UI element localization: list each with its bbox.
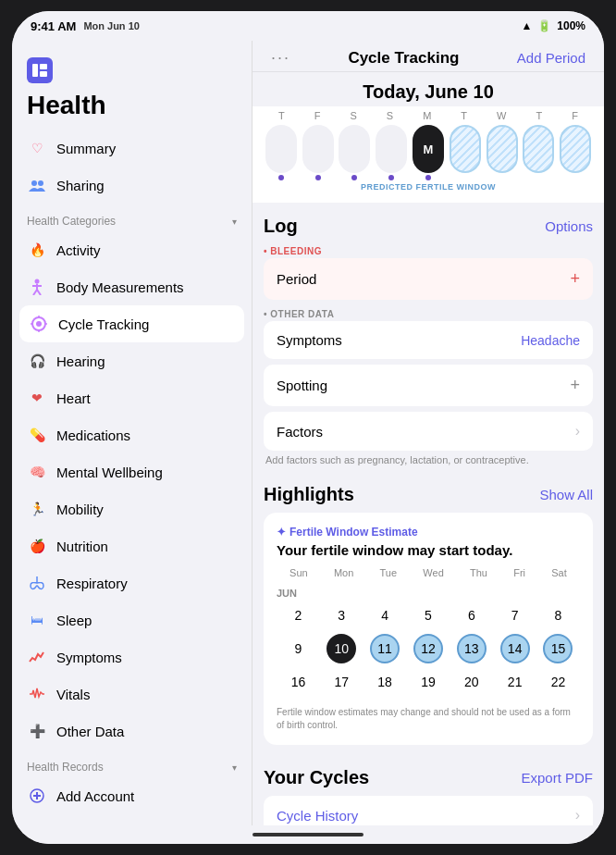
medications-label: Medications [56, 428, 130, 443]
header-dots: ··· [271, 48, 290, 68]
status-time: 9:41 AM [31, 19, 76, 33]
svg-rect-2 [40, 71, 47, 77]
day-cell-8[interactable] [374, 125, 409, 180]
device-frame: 9:41 AM Mon Jun 10 ▲ 🔋 100% Health [12, 11, 604, 844]
day-cell-11[interactable] [448, 125, 483, 180]
your-cycles-header: Your Cycles Export PDF [264, 763, 593, 796]
day-cell-6[interactable] [301, 125, 336, 180]
hearing-label: Hearing [56, 353, 105, 369]
cal-cell-17: 17 [326, 667, 356, 697]
mini-cal-month: JUN [277, 582, 580, 601]
day-dot-12 [499, 175, 505, 180]
mental-icon: 🧠 [27, 462, 47, 482]
day-dot-7 [351, 175, 357, 180]
cal-wed: Wed [423, 567, 443, 578]
factors-row[interactable]: Factors › [264, 412, 593, 451]
log-options-button[interactable]: Options [545, 218, 593, 234]
export-pdf-button[interactable]: Export PDF [521, 770, 593, 786]
sidebar-item-vitals[interactable]: Vitals [12, 675, 252, 712]
day-cell-12[interactable] [485, 125, 520, 180]
spotting-label: Spotting [277, 378, 327, 393]
log-title: Log [264, 216, 298, 237]
spotting-row[interactable]: Spotting + [264, 365, 593, 406]
cal-cell-14: 14 [500, 634, 530, 663]
hearing-icon: 🎧 [27, 351, 47, 371]
health-records-section-label: Health Records ▾ [12, 750, 252, 777]
respiratory-icon [27, 573, 47, 593]
sidebar-item-respiratory[interactable]: Respiratory [12, 564, 252, 601]
period-row[interactable]: Period + [264, 258, 593, 300]
day-cell-5[interactable] [264, 125, 299, 180]
sidebar-item-body[interactable]: Body Measurements [12, 268, 252, 305]
day-cell-13[interactable] [521, 125, 556, 180]
day-cell-7[interactable] [338, 125, 373, 180]
sidebar-item-mental[interactable]: 🧠 Mental Wellbeing [12, 453, 252, 490]
your-cycles-section: Your Cycles Export PDF Cycle History › [253, 756, 604, 825]
sidebar-item-other[interactable]: ➕ Other Data [12, 712, 252, 750]
sidebar-item-hearing[interactable]: 🎧 Hearing [12, 342, 252, 379]
day-label-3: S [387, 110, 393, 121]
fertile-disclaimer: Fertile window estimates may change and … [277, 700, 580, 732]
meds-icon: 💊 [27, 425, 47, 445]
mobility-label: Mobility [56, 502, 104, 517]
other-label: Other Data [56, 724, 124, 739]
day-oval-12 [487, 125, 518, 173]
day-label-4: M [423, 110, 431, 121]
svg-point-4 [38, 180, 43, 186]
sidebar-item-summary[interactable]: ♡ Summary [12, 130, 252, 167]
cal-cell-7: 7 [500, 601, 530, 630]
day-oval-6 [302, 125, 334, 173]
period-add-icon: + [570, 269, 580, 289]
your-cycles-title: Your Cycles [264, 767, 369, 788]
fertile-window-desc: Your fertile window may start today. [277, 542, 580, 558]
sidebar-item-add-account[interactable]: Add Account [12, 777, 252, 814]
sidebar-item-medications[interactable]: 💊 Medications [12, 416, 252, 453]
svg-point-11 [36, 321, 42, 327]
health-records-chevron: ▾ [232, 762, 237, 773]
cal-cell-4: 4 [370, 601, 400, 630]
sidebar-item-sleep[interactable]: 🛏 Sleep [12, 601, 252, 638]
cycle-history-row[interactable]: Cycle History › [264, 796, 593, 825]
period-label: Period [277, 271, 316, 287]
cal-mon: Mon [334, 567, 353, 578]
sidebar-item-sharing[interactable]: Sharing [12, 167, 252, 204]
nutrition-label: Nutrition [56, 539, 108, 554]
cal-cell-19: 19 [413, 667, 443, 697]
day-oval-8 [376, 125, 407, 173]
sidebar-item-heart[interactable]: ❤ Heart [12, 379, 252, 416]
show-all-button[interactable]: Show All [539, 487, 593, 502]
day-cell-10[interactable]: M [411, 125, 446, 180]
symptoms-row[interactable]: Symptoms Headache [264, 321, 593, 359]
summary-icon: ♡ [27, 138, 47, 158]
sidebar-item-clinical[interactable]: 📋 Clinical Documents [12, 814, 252, 825]
day-oval-13 [523, 125, 554, 173]
sidebar-item-cycle[interactable]: Cycle Tracking [19, 305, 244, 342]
day-oval-14 [560, 125, 591, 173]
add-period-button[interactable]: Add Period [517, 50, 585, 66]
app-title: Health [12, 87, 252, 130]
symptoms-icon [27, 647, 47, 667]
cal-fri: Fri [513, 567, 525, 578]
symptoms-row-value: Headache [521, 333, 580, 348]
cal-cell-18: 18 [370, 667, 400, 697]
day-cell-14[interactable] [558, 125, 593, 180]
sidebar-item-symptoms[interactable]: Symptoms [12, 638, 252, 675]
sharing-icon [27, 175, 47, 195]
battery-icon: 🔋 [537, 19, 551, 32]
day-dot-5 [278, 175, 284, 180]
heart-icon: ❤ [27, 388, 47, 408]
day-oval-11 [450, 125, 481, 173]
heart-label: Heart [56, 390, 91, 406]
cal-cell-22: 22 [543, 667, 573, 697]
day-label-8: F [572, 110, 578, 121]
sidebar-item-activity[interactable]: 🔥 Activity [12, 231, 252, 268]
date-title: Today, June 10 [253, 72, 604, 106]
sharing-label: Sharing [56, 178, 105, 193]
day-oval-7 [339, 125, 370, 173]
day-label-1: F [314, 110, 321, 121]
body-label: Body Measurements [56, 279, 184, 295]
sidebar-item-mobility[interactable]: 🏃 Mobility [12, 490, 252, 527]
cal-cell-16: 16 [283, 667, 313, 697]
symptoms-row-label: Symptoms [277, 332, 342, 348]
sidebar-item-nutrition[interactable]: 🍎 Nutrition [12, 527, 252, 564]
